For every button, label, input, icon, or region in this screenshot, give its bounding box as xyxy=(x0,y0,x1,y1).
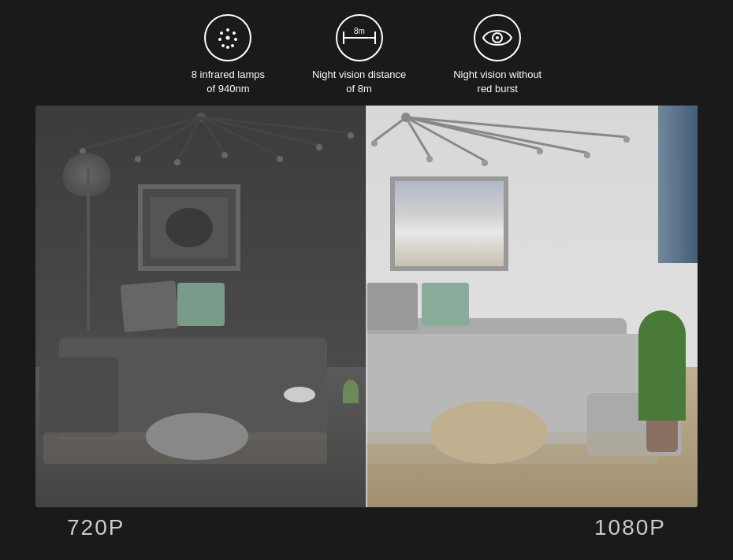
svg-point-24 xyxy=(135,156,141,162)
picture-frame-right xyxy=(390,176,508,271)
pillow-right-1 xyxy=(366,283,418,330)
right-panel xyxy=(366,106,698,507)
svg-point-5 xyxy=(221,44,225,47)
curtain xyxy=(658,106,698,263)
features-row: 8 infrared lamps of 940nm 8m Night visio… xyxy=(0,0,733,106)
ceiling-light-right xyxy=(366,106,698,169)
feature-no-red-burst: Night vision without red burst xyxy=(453,14,541,96)
svg-point-4 xyxy=(226,46,229,49)
svg-point-8 xyxy=(226,36,230,40)
svg-point-45 xyxy=(623,136,630,143)
coffee-table-right xyxy=(430,401,548,464)
svg-line-39 xyxy=(406,117,627,137)
plant-pot xyxy=(646,421,678,452)
armchair xyxy=(39,358,118,436)
picture-frame-left xyxy=(138,184,240,271)
eye-icon xyxy=(474,14,521,61)
night-distance-label: Night vision distance of 8m xyxy=(312,68,406,96)
resolution-labels: 720P 1080P xyxy=(35,507,698,548)
svg-point-40 xyxy=(371,140,378,146)
right-resolution-label: 1080P xyxy=(594,515,666,540)
svg-line-22 xyxy=(201,117,351,133)
floor-lamp-pole xyxy=(87,169,90,342)
pillow-right-2 xyxy=(422,283,469,326)
no-red-burst-label: Night vision without red burst xyxy=(453,68,541,96)
decorative-plant xyxy=(634,310,690,452)
feature-infrared: 8 infrared lamps of 940nm xyxy=(192,14,265,96)
pillow-checkered xyxy=(121,280,180,332)
svg-line-21 xyxy=(201,117,319,145)
mountain-image xyxy=(395,181,504,266)
svg-point-27 xyxy=(277,156,283,162)
svg-point-25 xyxy=(174,159,180,165)
distance-icon: 8m xyxy=(336,14,383,61)
svg-point-32 xyxy=(166,208,213,247)
svg-text:8m: 8m xyxy=(354,27,365,35)
svg-point-6 xyxy=(218,38,221,41)
feature-night-distance: 8m Night vision distance of 8m xyxy=(312,14,406,96)
svg-line-38 xyxy=(406,117,587,153)
svg-point-28 xyxy=(316,144,322,150)
svg-point-41 xyxy=(426,156,433,162)
comparison-container xyxy=(35,106,698,507)
svg-point-0 xyxy=(226,28,229,32)
infrared-label: 8 infrared lamps of 940nm xyxy=(192,68,265,96)
svg-point-2 xyxy=(234,38,237,41)
infrared-icon xyxy=(204,14,251,61)
pillow-teal xyxy=(177,283,225,326)
plant-leaves xyxy=(638,310,686,421)
left-resolution-label: 720P xyxy=(67,515,125,540)
svg-point-44 xyxy=(584,152,590,158)
svg-line-16 xyxy=(83,117,201,149)
svg-point-26 xyxy=(221,152,228,158)
svg-point-7 xyxy=(220,32,223,35)
svg-point-43 xyxy=(537,148,543,154)
svg-point-3 xyxy=(231,44,234,47)
svg-point-42 xyxy=(482,160,488,166)
svg-point-1 xyxy=(233,32,236,35)
split-divider xyxy=(366,106,367,507)
svg-point-14 xyxy=(496,36,499,39)
svg-line-34 xyxy=(374,117,406,141)
svg-point-29 xyxy=(348,132,354,139)
table-plant xyxy=(343,380,359,403)
coffee-table-left xyxy=(146,413,248,460)
left-panel xyxy=(35,106,366,507)
